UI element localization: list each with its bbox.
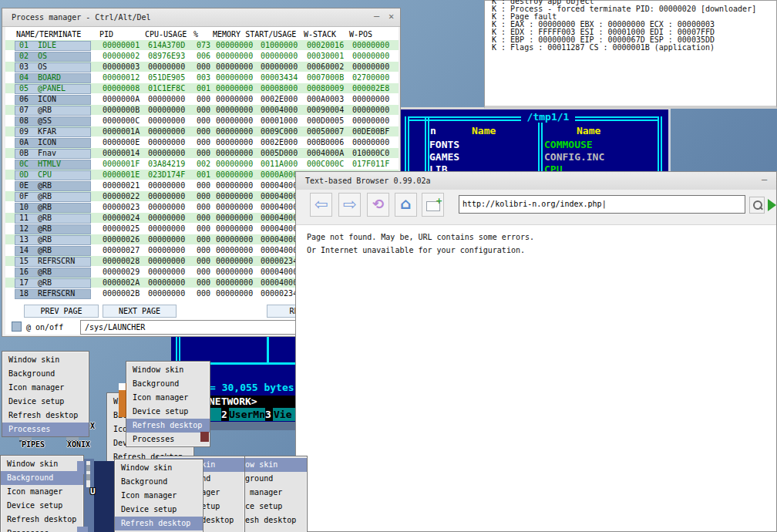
file-list-item[interactable]: CONFIG.INC xyxy=(544,151,604,163)
process-cell: 0009C000 xyxy=(261,127,298,136)
process-manager-title: Process manager - Ctrl/Alt/Del xyxy=(12,13,151,22)
process-manager-titlebar[interactable]: Process manager - Ctrl/Alt/Del — ✕ xyxy=(2,8,400,27)
menu-item-device-setup[interactable]: Device setup xyxy=(2,395,89,409)
browser-titlebar[interactable]: Text-based Browser 0.99.02a — ✕ xyxy=(296,172,776,190)
process-cell: 01C1EF8C xyxy=(148,84,185,93)
next-page-button[interactable]: NEXT PAGE xyxy=(103,305,177,318)
process-cell: 00001000 xyxy=(261,116,298,125)
menu-item-icon-manager[interactable]: Icon manager xyxy=(1,485,83,499)
process-cell: 00000023 xyxy=(103,203,140,211)
process-cell: 00000000 xyxy=(216,278,253,287)
process-cell: 000C000C xyxy=(307,160,344,168)
search-button[interactable] xyxy=(749,197,765,214)
process-cell: 00000000 xyxy=(216,62,253,71)
close-icon[interactable]: ✕ xyxy=(773,174,777,186)
menu-item-window-skin[interactable]: Window skin xyxy=(115,461,203,475)
menu-item-background[interactable]: Background xyxy=(1,471,83,485)
menu-item-device-setup[interactable]: Device setup xyxy=(1,499,83,513)
menu-item-icon-manager[interactable]: Icon manager xyxy=(115,489,203,503)
process-cell: 01000000 xyxy=(261,41,298,49)
process-cell: 000 xyxy=(197,246,210,254)
refresh-icon[interactable]: ⟲ xyxy=(367,193,389,217)
file-list-item[interactable]: COMMOUSE xyxy=(544,139,593,150)
menu-item-background[interactable]: Background xyxy=(115,475,203,489)
menu-item-window-skin[interactable]: Window skin xyxy=(1,457,83,471)
process-cell: 000 xyxy=(197,62,210,71)
process-cell: 00000000 xyxy=(216,235,253,244)
fragment-glyph: U xyxy=(90,487,96,497)
menu-item-processes[interactable]: Processes xyxy=(126,433,210,446)
menu-item-background[interactable]: Background xyxy=(2,367,89,381)
process-cell: 000 xyxy=(197,214,210,222)
back-icon[interactable]: ⇦ xyxy=(310,193,332,217)
process-cell: 0002E000 xyxy=(261,138,298,146)
new-window-icon[interactable]: + xyxy=(422,193,444,217)
process-cell: @RB xyxy=(38,106,52,114)
process-cell: 00000000 xyxy=(216,149,253,157)
process-cell: 001 xyxy=(197,170,210,179)
menu-item-icon-manager[interactable]: Icon manager xyxy=(126,391,210,405)
process-cell: @PANEL xyxy=(38,84,66,93)
process-cell: 00000000 xyxy=(216,73,253,82)
process-cell: 0A xyxy=(19,138,29,146)
process-cell: 00000000 xyxy=(216,41,253,49)
process-cell: 00008000 xyxy=(261,84,298,93)
menu-fragment xyxy=(77,527,88,532)
process-cell: 00000000 xyxy=(148,224,185,233)
process-cell: 00000000 xyxy=(261,52,298,60)
file-list-item[interactable]: GAMES xyxy=(429,151,459,163)
fn-key-label[interactable]: UserMn xyxy=(229,408,265,421)
process-row: 05@PANEL0000000801C1EF8C0010000000000008… xyxy=(5,83,399,93)
menu-item-window-skin[interactable]: Window skin xyxy=(126,363,210,377)
menu-item-refresh-desktop[interactable]: Refresh desktop xyxy=(126,419,210,433)
forward-icon[interactable]: ⇨ xyxy=(338,193,361,217)
process-cell: 000 xyxy=(197,95,210,103)
desktop-icon-label-pipes[interactable]: PIPES xyxy=(22,440,45,449)
menu-item-processes[interactable]: Processes xyxy=(1,527,83,532)
process-cell: @RB xyxy=(38,203,52,211)
menu-item-processes[interactable]: Processes xyxy=(2,423,89,436)
process-cell: 00000001 xyxy=(103,41,140,49)
process-cell: 00000000 xyxy=(216,246,253,254)
process-cell: 002 xyxy=(197,160,210,168)
process-cell: 00004000 xyxy=(261,181,298,190)
menu-item-icon-manager[interactable]: Icon manager xyxy=(2,381,89,395)
desktop-icon-label-xonix[interactable]: XONIX xyxy=(67,440,90,449)
process-cell: 0000002B xyxy=(103,289,140,298)
menu-item-background[interactable]: Background xyxy=(126,377,210,391)
minimize-icon[interactable]: — xyxy=(371,11,382,22)
process-cell: 12 xyxy=(19,224,29,233)
process-cell: 00000012 xyxy=(103,73,140,82)
process-row: 0BFnav0000001400000000000000000000005D00… xyxy=(5,148,399,158)
prev-page-button[interactable]: PREV PAGE xyxy=(24,305,99,318)
launcher-checkbox[interactable] xyxy=(12,322,22,332)
browser-content-line: Page not found. May be, URL contains som… xyxy=(307,233,534,241)
go-icon[interactable] xyxy=(768,199,776,211)
process-cell: 000D0005 xyxy=(307,116,344,125)
close-icon[interactable]: ✕ xyxy=(385,11,397,22)
menu-item-refresh-desktop[interactable]: Refresh desktop xyxy=(1,513,83,527)
menu-item-refresh-desktop[interactable]: Refresh desktop xyxy=(2,409,89,423)
desktop-context-menu: Window skinBackgroundIcon managerDevice … xyxy=(0,455,84,532)
home-icon[interactable]: ⌂ xyxy=(395,193,417,217)
url-input[interactable]: http://kolibri-n.org/index.php| xyxy=(459,195,745,214)
process-cell: 00000000 xyxy=(148,289,185,298)
process-cell: 00000000 xyxy=(216,170,253,179)
process-cell: 010000C0 xyxy=(352,149,389,157)
process-cell: 00000000 xyxy=(216,116,253,125)
menu-item-device-setup[interactable]: Device setup xyxy=(115,503,203,517)
menu-item-refresh-desktop[interactable]: Refresh desktop xyxy=(115,517,203,530)
file-list-item[interactable]: FONTS xyxy=(429,139,459,150)
process-cell: 04 xyxy=(19,73,29,82)
menu-item-device-setup[interactable]: Device setup xyxy=(126,405,210,419)
process-cell: 03A84219 xyxy=(148,160,185,168)
minimize-icon[interactable]: — xyxy=(758,174,770,186)
process-cell: @RB xyxy=(38,181,52,190)
fn-key-number[interactable]: 2 xyxy=(221,408,229,421)
menu-item-window-skin[interactable]: Window skin xyxy=(2,353,89,367)
panel-right-header: Name xyxy=(577,125,600,136)
fn-key-number[interactable]: 3 xyxy=(265,408,273,421)
process-row: 04BOARD00000012051DE90500300000000000034… xyxy=(5,72,399,82)
process-cell: 01 xyxy=(19,41,29,49)
browser-content-line: Or Internet unavailable for your configu… xyxy=(307,246,525,254)
